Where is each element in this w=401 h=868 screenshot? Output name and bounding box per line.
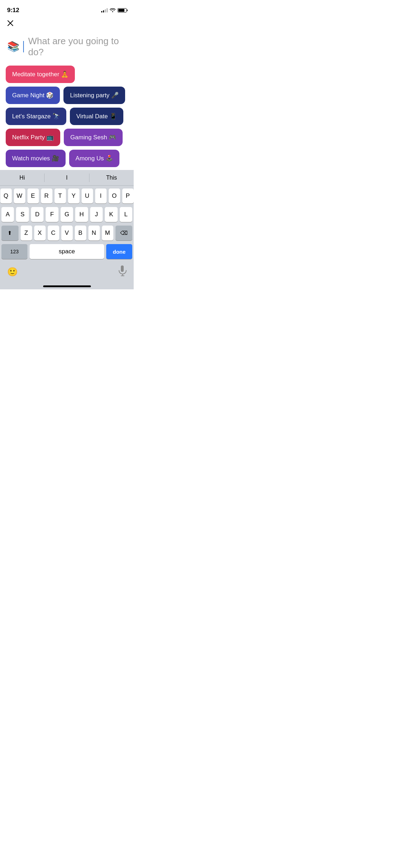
key-g[interactable]: G	[61, 207, 73, 222]
key-row-4: 123 space done	[1, 244, 132, 259]
chip-virtual-date[interactable]: Virtual Date 📱	[70, 108, 123, 125]
home-bar	[43, 285, 91, 287]
key-u[interactable]: U	[82, 188, 93, 203]
close-button[interactable]	[0, 16, 134, 32]
key-t[interactable]: T	[55, 188, 66, 203]
chip-meditate-together[interactable]: Meditate together 🧘	[6, 66, 75, 83]
wifi-icon	[110, 8, 115, 13]
key-row-3: ⬆ Z X C V B N M ⌫	[1, 226, 132, 241]
chip-watch-movies[interactable]: Watch movies 🎥	[6, 150, 66, 167]
shift-key[interactable]: ⬆	[1, 226, 19, 241]
key-f[interactable]: F	[46, 207, 58, 222]
key-a[interactable]: A	[1, 207, 14, 222]
predictive-this[interactable]: This	[89, 171, 134, 185]
input-emoji-icon: 📚	[7, 42, 20, 52]
key-e[interactable]: E	[27, 188, 39, 203]
input-area: 📚 What are you going to do?	[0, 32, 134, 63]
chip-listening-party[interactable]: Listening party 🎤	[63, 87, 125, 104]
key-k[interactable]: K	[105, 207, 117, 222]
keyboard: Hi I This Q W E R T Y U I O P A S D F G …	[0, 170, 134, 289]
emoji-bar: 🙂	[0, 263, 134, 285]
predictive-bar: Hi I This	[0, 170, 134, 186]
home-indicator	[0, 285, 134, 289]
key-w[interactable]: W	[14, 188, 25, 203]
chip-gaming-sesh[interactable]: Gaming Sesh 🎮	[64, 129, 123, 146]
key-d[interactable]: D	[31, 207, 43, 222]
signal-icon	[101, 8, 108, 12]
numbers-key[interactable]: 123	[1, 244, 27, 259]
done-key[interactable]: done	[106, 244, 132, 259]
key-z[interactable]: Z	[21, 226, 32, 241]
status-time: 9:12	[7, 7, 19, 14]
keys-area: Q W E R T Y U I O P A S D F G H J K L ⬆ …	[0, 186, 134, 263]
key-row-1: Q W E R T Y U I O P	[1, 188, 132, 203]
key-y[interactable]: Y	[68, 188, 79, 203]
key-r[interactable]: R	[41, 188, 52, 203]
key-q[interactable]: Q	[0, 188, 12, 203]
key-h[interactable]: H	[75, 207, 88, 222]
key-s[interactable]: S	[16, 207, 29, 222]
key-l[interactable]: L	[120, 207, 132, 222]
predictive-hi[interactable]: Hi	[0, 171, 44, 185]
svg-rect-2	[121, 265, 124, 272]
key-n[interactable]: N	[88, 226, 100, 241]
key-c[interactable]: C	[48, 226, 59, 241]
key-row-2: A S D F G H J K L	[1, 207, 132, 222]
status-bar: 9:12	[0, 0, 134, 16]
emoji-button[interactable]: 🙂	[7, 267, 18, 277]
chip-netflix-party[interactable]: Netflix Party 📺	[6, 129, 60, 146]
chip-among-us[interactable]: Among Us 🕹️	[69, 150, 119, 167]
key-v[interactable]: V	[61, 226, 73, 241]
space-key[interactable]: space	[30, 244, 104, 259]
chip-game-night[interactable]: Game Night 🎲	[6, 87, 60, 104]
status-icons	[101, 8, 127, 13]
chips-container: Meditate together 🧘 Game Night 🎲 Listeni…	[0, 63, 134, 169]
key-b[interactable]: B	[75, 226, 86, 241]
text-cursor	[23, 41, 24, 52]
key-m[interactable]: M	[102, 226, 113, 241]
input-placeholder: What are you going to do?	[28, 36, 127, 58]
key-i[interactable]: I	[95, 188, 107, 203]
delete-key[interactable]: ⌫	[115, 226, 133, 241]
key-p[interactable]: P	[122, 188, 134, 203]
battery-icon	[118, 8, 127, 12]
key-j[interactable]: J	[90, 207, 103, 222]
mic-button[interactable]	[118, 265, 127, 278]
key-o[interactable]: O	[109, 188, 120, 203]
key-x[interactable]: X	[34, 226, 46, 241]
predictive-i[interactable]: I	[45, 171, 89, 185]
chip-lets-stargaze[interactable]: Let's Stargaze 🔭	[6, 108, 66, 125]
